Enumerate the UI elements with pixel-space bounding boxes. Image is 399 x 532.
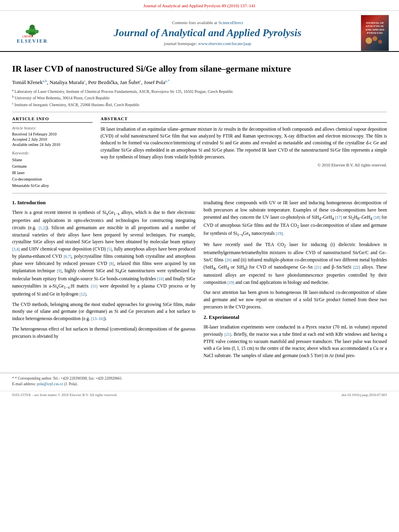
section2-heading: Experimental [209, 314, 239, 320]
author-1: Tomáš Křeneka,b [12, 79, 47, 85]
authors-line: Tomáš Křeneka,b, Nataliya Murafac, Petr … [12, 79, 387, 86]
affiliations: a Laboratory of Laser Chemistry, Institu… [12, 88, 387, 108]
contents-line: Contents lists available at ScienceDirec… [64, 20, 351, 25]
affiliation-a: a Laboratory of Laser Chemistry, Institu… [12, 88, 387, 94]
section1-title: 1. Introduction [12, 199, 195, 206]
history-label: Article history: [12, 126, 93, 130]
section1-heading: Introduction [17, 199, 46, 205]
email-person: (J. Pola). [64, 382, 78, 386]
page-wrapper: Journal of Analytical and Applied Pyroly… [0, 0, 399, 532]
journal-title: Journal of Analytical and Applied Pyroly… [64, 27, 351, 39]
right-para-2: We have recently used the TEA CO2 laser … [204, 241, 387, 286]
header-area: LSEVIER ELSEVIER Contents lists availabl… [0, 11, 399, 52]
divider-2 [12, 193, 387, 193]
section2-number: 2. [204, 314, 208, 320]
keyword-3: IR laser [12, 170, 93, 176]
svg-point-5 [34, 30, 39, 33]
cover-decoration-icon [365, 35, 385, 45]
corresponding-note: * Corresponding author. Tel.: +420 22039… [15, 376, 123, 380]
section2-title: 2. Experimental [204, 314, 387, 320]
journal-homepage: journal homepage: www.elsevier.com/locat… [64, 41, 351, 46]
copyright-notice: 0165-2370/$ – see front matter © 2010 El… [12, 393, 117, 397]
elsevier-label: ELSEVIER [17, 38, 48, 44]
intro-para-3: The heterogeneous effect of hot surfaces… [12, 326, 195, 340]
body-two-col: 1. Introduction There is a great recent … [12, 199, 387, 363]
journal-citation: Journal of Analytical and Applied Pyroly… [143, 3, 255, 8]
available-date: Available online 24 July 2010 [12, 142, 93, 147]
article-info-heading: ARTICLE INFO [12, 116, 93, 123]
intro-para-1: There is a great recent interest in synt… [12, 209, 195, 298]
sciencedirect-link[interactable]: ScienceDirect [218, 20, 243, 25]
cover-title: JOURNAL OFANALYTICALAND APPLIEDPYROLYSIS [365, 21, 384, 35]
footer-corresponding: * * Corresponding author. Tel.: +420 220… [12, 376, 387, 387]
footer-area: * * Corresponding author. Tel.: +420 220… [0, 373, 399, 390]
svg-point-7 [366, 37, 372, 44]
article-title: IR laser CVD of nanostructured Si/Ge all… [12, 63, 387, 75]
abstract-col: ABSTRACT IR laser irradiation of an equi… [101, 116, 387, 189]
abstract-heading: ABSTRACT [101, 116, 387, 123]
keyword-5: Metastable Si/Ge alloy [12, 183, 93, 189]
author-2: Nataliya Murafac [49, 79, 86, 85]
svg-point-9 [378, 40, 382, 44]
elsevier-logo: LSEVIER ELSEVIER [16, 22, 48, 44]
top-banner: Journal of Analytical and Applied Pyroly… [0, 0, 399, 11]
right-para-3: Our next attention has been given to hom… [204, 289, 387, 310]
svg-point-3 [29, 25, 35, 29]
received-date: Received 14 February 2010 [12, 132, 93, 136]
author-3: Petr Bezdička [88, 79, 117, 85]
email-address[interactable]: pola@icpf.cas.cz [37, 382, 63, 386]
author-4: Jan Šubrtc [120, 79, 141, 85]
copyright-line: © 2010 Elsevier B.V. All rights reserved… [101, 163, 387, 167]
experimental-para: IR-laser irradiation experiments were co… [204, 324, 387, 359]
homepage-url[interactable]: www.elsevier.com/locate/jaap [198, 41, 251, 46]
keywords-label: Keywords: [12, 151, 93, 155]
svg-point-8 [372, 36, 377, 41]
abstract-text: IR laser irradiation of an equimolar sil… [101, 126, 387, 160]
keyword-1: Silane [12, 157, 93, 163]
divider-1 [12, 112, 387, 112]
email-label: E-mail address: [12, 382, 36, 386]
accepted-date: Accepted 2 July 2010 [12, 137, 93, 142]
homepage-label: journal homepage: [164, 41, 197, 46]
keyword-4: Co-decomposition [12, 176, 93, 183]
bottom-footer: 0165-2370/$ – see front matter © 2010 El… [0, 391, 399, 398]
keywords-section: Keywords: Silane Germane IR laser Co-dec… [12, 151, 93, 189]
svg-point-4 [25, 30, 30, 33]
main-content: IR laser CVD of nanostructured Si/Ge all… [0, 52, 399, 367]
svg-text:LSEVIER: LSEVIER [22, 35, 33, 37]
keyword-2: Germane [12, 163, 93, 170]
header-right: JOURNAL OFANALYTICALAND APPLIEDPYROLYSIS [359, 15, 391, 51]
body-col-left: 1. Introduction There is a great recent … [12, 199, 195, 363]
intro-para-2: The CVD methods, belonging among the mos… [12, 301, 195, 322]
info-abstract-section: ARTICLE INFO Article history: Received 1… [12, 116, 387, 189]
right-para-1: irradiating these compounds with UV or I… [204, 199, 387, 238]
contents-label: Contents lists available at [172, 20, 217, 25]
section1-number: 1. [12, 199, 16, 205]
doi-text: doi:10.1016/j.jaap.2010.07.003 [341, 393, 387, 397]
journal-cover: JOURNAL OFANALYTICALAND APPLIEDPYROLYSIS [361, 15, 389, 51]
affiliation-c: c Institute of Inorganic Chemistry, ASCR… [12, 101, 387, 108]
affiliation-b: b University of West Bohemia, 30614 Plze… [12, 94, 387, 101]
author-5: Josef Polaa,* [144, 79, 170, 85]
elsevier-tree-icon: LSEVIER [21, 22, 43, 37]
header-center: Contents lists available at ScienceDirec… [56, 20, 359, 45]
header-left: LSEVIER ELSEVIER [8, 22, 56, 44]
body-col-right: irradiating these compounds with UV or I… [204, 199, 387, 363]
article-info-col: ARTICLE INFO Article history: Received 1… [12, 116, 93, 189]
